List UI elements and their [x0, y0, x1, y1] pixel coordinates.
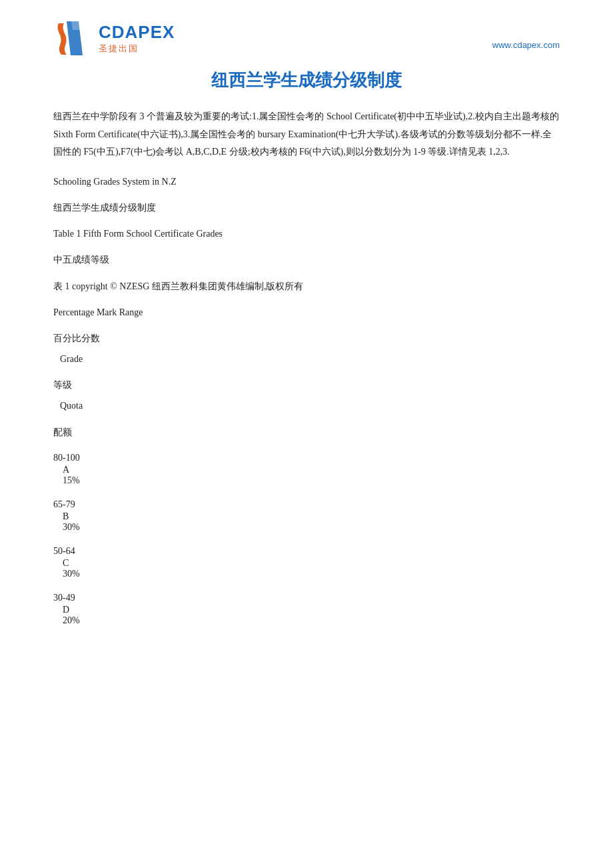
system-label-zh: 纽西兰学生成绩分级制度: [53, 199, 560, 216]
grade-quota-d: 20%: [63, 615, 560, 626]
website-url: www.cdapex.com: [492, 40, 560, 50]
grade-row-b: 65-79 B 30%: [53, 499, 560, 533]
header: CDAPEX 圣捷出国 www.cdapex.com: [53, 20, 560, 57]
logo-area: CDAPEX 圣捷出国: [53, 20, 175, 57]
grade-row-c: 50-64 C 30%: [53, 546, 560, 579]
table-label-zh: 中五成绩等级: [53, 251, 560, 268]
grade-letter-c: C: [63, 558, 560, 569]
grade-letter-b: B: [63, 511, 560, 522]
quota-label-en: Quota: [60, 397, 560, 414]
grade-letter-d: D: [63, 605, 560, 615]
logo-chinese-text: 圣捷出国: [99, 43, 175, 55]
percentage-label-en: Percentage Mark Range: [53, 304, 560, 321]
grade-label-en: Grade: [60, 351, 560, 367]
grades-list: 80-100 A 15% 65-79 B 30% 50-64 C 30% 30-…: [53, 453, 560, 626]
copyright-line: 表 1 copyright © NZESG 纽西兰教科集团黄伟雄编制,版权所有: [53, 278, 560, 295]
quota-label-zh: 配额: [53, 424, 560, 441]
logo-icon: [53, 20, 93, 57]
grade-quota-b: 30%: [63, 522, 560, 533]
grade-letter-a: A: [63, 465, 560, 475]
svg-marker-1: [71, 21, 80, 30]
grade-range-d: 30-49: [53, 593, 560, 603]
logo-text-area: CDAPEX 圣捷出国: [99, 22, 175, 55]
grade-range-a: 80-100: [53, 453, 560, 463]
table-label-en: Table 1 Fifth Form School Certificate Gr…: [53, 225, 560, 242]
grade-quota-c: 30%: [63, 569, 560, 579]
page-title: 纽西兰学生成绩分级制度: [53, 69, 560, 92]
schooling-label: Schooling Grades System in N.Z: [53, 173, 560, 190]
intro-block: 纽西兰在中学阶段有 3 个普遍及较为重要的考试:1.属全国性会考的 School…: [53, 108, 560, 161]
grade-row-d: 30-49 D 20%: [53, 593, 560, 626]
page-container: CDAPEX 圣捷出国 www.cdapex.com 纽西兰学生成绩分级制度 纽…: [0, 0, 613, 868]
grade-range-c: 50-64: [53, 546, 560, 557]
grade-row-a: 80-100 A 15%: [53, 453, 560, 486]
grade-label-zh: 等级: [53, 377, 560, 393]
grade-quota-a: 15%: [63, 475, 560, 486]
grade-range-b: 65-79: [53, 499, 560, 510]
logo-cdapex-text: CDAPEX: [99, 22, 175, 43]
percent-label-zh: 百分比分数: [53, 330, 560, 347]
intro-text: 纽西兰在中学阶段有 3 个普遍及较为重要的考试:1.属全国性会考的 School…: [53, 108, 560, 161]
